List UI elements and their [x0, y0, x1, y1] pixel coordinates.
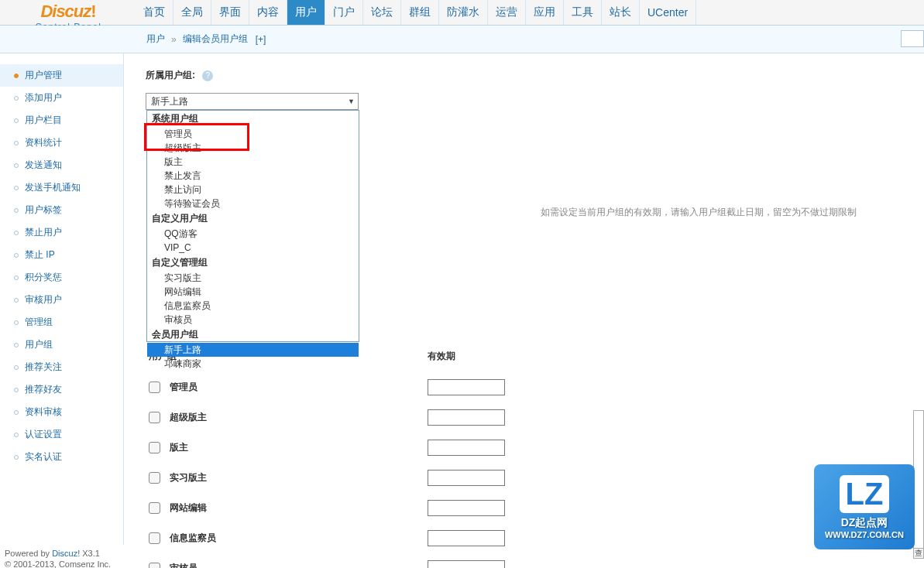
nav-item[interactable]: 群组 — [401, 0, 439, 25]
row-checkbox[interactable] — [149, 412, 160, 423]
table-row: 信息监察员 — [146, 523, 924, 553]
dropdown-option[interactable]: 审核员 — [147, 313, 359, 327]
sidebar-item[interactable]: 发送手机通知 — [0, 176, 123, 199]
search-input[interactable] — [901, 30, 924, 47]
dropdown-option[interactable]: 实习版主 — [147, 271, 359, 285]
breadcrumb: 用户 » 编辑会员用户组 [+] — [0, 26, 924, 53]
dropdown-option[interactable]: 网站编辑 — [147, 285, 359, 299]
row-label: 信息监察员 — [170, 532, 428, 545]
nav-item[interactable]: 全局 — [173, 0, 211, 25]
sidebar-item[interactable]: 推荐关注 — [0, 356, 123, 378]
sidebar-item[interactable]: 审核用户 — [0, 289, 123, 311]
dropdown-option[interactable]: 新手上路 — [147, 343, 359, 357]
col-expiry: 有效期 — [428, 350, 455, 363]
hint-text: 如需设定当前用户组的有效期，请输入用户组截止日期，留空为不做过期限制 — [541, 206, 857, 219]
main-content: 所属用户组: ? 新手上路 系统用户组管理员超级版主版主禁止发言禁止访问等待验证… — [124, 53, 924, 545]
sidebar-item[interactable]: 禁止用户 — [0, 221, 123, 244]
footer: Powered by Discuz! X3.1 © 2001-2013, Com… — [0, 546, 115, 568]
table-row: 实习版主 — [146, 463, 924, 493]
row-checkbox[interactable] — [149, 442, 160, 453]
expiry-input[interactable] — [428, 409, 505, 426]
top-nav: 首页全局界面内容用户门户论坛群组防灌水运营应用工具站长UCenter — [0, 0, 924, 26]
dropdown-option[interactable]: 超级版主 — [147, 141, 359, 155]
nav-item[interactable]: 站长 — [602, 0, 640, 25]
dropdown-option[interactable]: 禁止发言 — [147, 169, 359, 183]
row-checkbox[interactable] — [149, 472, 160, 484]
dropdown-option[interactable]: 信息监察员 — [147, 299, 359, 313]
footer-link[interactable]: Discuz! — [52, 549, 80, 558]
section-label: 所属用户组: — [146, 69, 195, 82]
select-value: 新手上路 — [151, 95, 188, 108]
breadcrumb-sep: » — [171, 34, 177, 45]
breadcrumb-plus[interactable]: [+] — [256, 34, 266, 45]
expiry-input[interactable] — [428, 560, 505, 568]
watermark-logo: LZ — [840, 475, 890, 513]
expiry-input[interactable] — [428, 530, 505, 546]
right-strip — [913, 410, 924, 549]
right-button[interactable]: 查 — [913, 548, 924, 559]
optgroup-label: 自定义管理组 — [147, 255, 359, 271]
sidebar-item[interactable]: 用户组 — [0, 334, 123, 356]
row-label: 超级版主 — [170, 411, 428, 424]
expiry-input[interactable] — [428, 379, 505, 395]
sidebar-item[interactable]: 资料统计 — [0, 132, 123, 154]
usergroup-select[interactable]: 新手上路 系统用户组管理员超级版主版主禁止发言禁止访问等待验证会员自定义用户组Q… — [146, 93, 359, 110]
row-checkbox[interactable] — [149, 532, 160, 544]
watermark-line1: DZ起点网 — [841, 516, 888, 530]
breadcrumb-current[interactable]: 编辑会员用户组 — [183, 33, 248, 46]
table-row: 版主 — [146, 433, 924, 463]
breadcrumb-root[interactable]: 用户 — [146, 33, 165, 46]
logo-text: Discuz! — [10, 2, 126, 22]
dropdown-option[interactable]: 管理员 — [147, 127, 359, 141]
sidebar-item[interactable]: 积分奖惩 — [0, 266, 123, 289]
nav-item[interactable]: UCenter — [640, 0, 696, 25]
nav-item[interactable]: 用户 — [287, 0, 325, 25]
optgroup-label: 会员用户组 — [147, 327, 359, 343]
watermark: LZ DZ起点网 WWW.DZ7.COM.CN — [814, 464, 915, 549]
nav-item[interactable]: 首页 — [136, 0, 173, 25]
expiry-input[interactable] — [428, 440, 505, 456]
nav-item[interactable]: 论坛 — [363, 0, 401, 25]
row-label: 版主 — [170, 441, 428, 454]
dropdown-option[interactable]: 版主 — [147, 155, 359, 169]
dropdown-option[interactable]: 等待验证会员 — [147, 197, 359, 210]
nav-item[interactable]: 界面 — [211, 0, 249, 25]
dropdown-option[interactable]: 邛崃商家 — [147, 357, 359, 371]
sidebar-item[interactable]: 实名认证 — [0, 446, 123, 468]
nav-item[interactable]: 门户 — [325, 0, 363, 25]
dropdown-option[interactable]: QQ游客 — [147, 227, 359, 241]
dropdown-option[interactable]: VIP_C — [147, 241, 359, 255]
optgroup-label: 系统用户组 — [147, 111, 359, 127]
nav-item[interactable]: 防灌水 — [439, 0, 488, 25]
sidebar-item[interactable]: 禁止 IP — [0, 244, 123, 266]
row-checkbox[interactable] — [149, 563, 160, 568]
table-row: 超级版主 — [146, 402, 924, 433]
row-label: 实习版主 — [170, 471, 428, 484]
sidebar-item[interactable]: 用户栏目 — [0, 109, 123, 132]
nav-item[interactable]: 运营 — [488, 0, 526, 25]
row-checkbox[interactable] — [149, 382, 160, 393]
optgroup-label: 自定义用户组 — [147, 210, 359, 227]
usergroup-dropdown: 系统用户组管理员超级版主版主禁止发言禁止访问等待验证会员自定义用户组QQ游客VI… — [146, 110, 359, 342]
sidebar-item[interactable]: 用户标签 — [0, 199, 123, 221]
sidebar-item[interactable]: 认证设置 — [0, 423, 123, 446]
table-row: 审核员 — [146, 553, 924, 568]
expiry-input[interactable] — [428, 500, 505, 516]
nav-item[interactable]: 工具 — [564, 0, 602, 25]
expiry-input[interactable] — [428, 470, 505, 486]
sidebar-item[interactable]: 发送通知 — [0, 154, 123, 176]
row-checkbox[interactable] — [149, 502, 160, 514]
table-row: 网站编辑 — [146, 493, 924, 523]
sidebar-item[interactable]: 添加用户 — [0, 87, 123, 109]
table-row: 管理员 — [146, 372, 924, 402]
sidebar-item[interactable]: 用户管理 — [0, 64, 123, 87]
row-label: 网站编辑 — [170, 501, 428, 515]
help-icon[interactable]: ? — [202, 70, 213, 81]
sidebar-item[interactable]: 推荐好友 — [0, 378, 123, 401]
sidebar-item[interactable]: 管理组 — [0, 311, 123, 334]
row-label: 审核员 — [170, 562, 428, 568]
sidebar-item[interactable]: 资料审核 — [0, 401, 123, 423]
dropdown-option[interactable]: 禁止访问 — [147, 183, 359, 197]
nav-item[interactable]: 内容 — [249, 0, 287, 25]
nav-item[interactable]: 应用 — [526, 0, 564, 25]
